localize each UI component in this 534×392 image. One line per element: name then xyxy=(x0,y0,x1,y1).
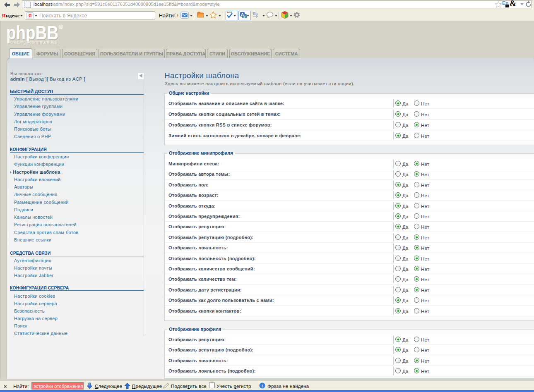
svg-text:б: б xyxy=(243,15,245,19)
svg-text:creating: creating xyxy=(10,39,26,45)
svg-text:communities: communities xyxy=(29,39,57,45)
svg-text:R: R xyxy=(60,25,62,29)
svg-text:i: i xyxy=(262,384,263,388)
